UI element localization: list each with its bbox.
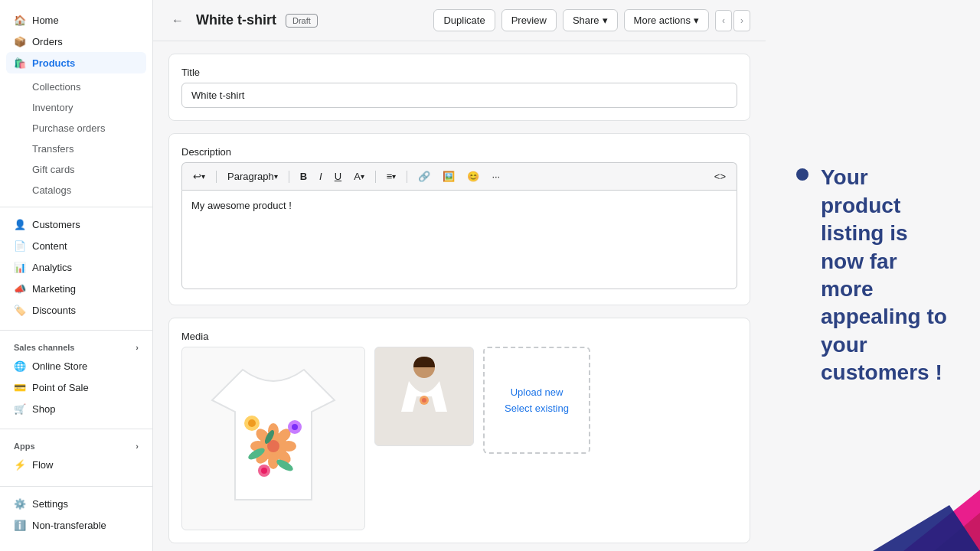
- code-button[interactable]: <>: [710, 168, 730, 185]
- sidebar-item-orders[interactable]: 📦 Orders: [6, 31, 146, 52]
- sidebar-item-point-of-sale[interactable]: 💳 Point of Sale: [6, 377, 146, 398]
- description-editor[interactable]: My awesome product !: [181, 190, 737, 289]
- more-toolbar-button[interactable]: ···: [487, 168, 505, 185]
- shop-icon: 🛒: [14, 403, 26, 415]
- media-upload-box[interactable]: Upload new Select existing: [483, 347, 590, 454]
- sidebar-item-flow[interactable]: ⚡ Flow: [6, 454, 146, 475]
- discounts-icon: 🏷️: [14, 304, 26, 316]
- products-icon: 🛍️: [14, 57, 26, 69]
- undo-redo-button[interactable]: ↩ ▾: [188, 168, 210, 185]
- svg-point-13: [292, 424, 298, 430]
- title-card: Title: [168, 54, 750, 121]
- underline-button[interactable]: U: [330, 168, 346, 185]
- description-card: Description ↩ ▾ Paragraph ▾ B I: [168, 133, 750, 305]
- toolbar-divider-2: [289, 171, 289, 183]
- sidebar-item-settings[interactable]: ⚙️ Settings: [6, 493, 146, 514]
- emoji-button[interactable]: 😊: [462, 168, 484, 185]
- toolbar-divider-4: [407, 171, 407, 183]
- svg-point-11: [248, 419, 256, 427]
- info-content: Your product listing is now far more app…: [796, 164, 949, 386]
- toolbar-divider-1: [216, 171, 217, 183]
- bold-button[interactable]: B: [296, 168, 312, 185]
- sidebar-item-inventory[interactable]: Inventory: [24, 97, 152, 118]
- title-input[interactable]: [181, 83, 737, 108]
- editor-panel: ← White t-shirt Draft Duplicate Preview …: [153, 0, 766, 551]
- more-chevron-icon: ▾: [694, 15, 699, 26]
- sidebar-item-products[interactable]: 🛍️ Products: [6, 52, 146, 73]
- analytics-icon: 📊: [14, 261, 26, 273]
- text-color-button[interactable]: A ▾: [349, 168, 369, 185]
- media-label: Media: [181, 331, 737, 342]
- nav-prev-button[interactable]: ‹: [715, 10, 732, 31]
- description-label: Description: [181, 146, 737, 158]
- home-icon: 🏠: [14, 14, 26, 26]
- marketing-icon: 📣: [14, 282, 26, 295]
- settings-icon: ⚙️: [14, 497, 26, 510]
- upload-new-label[interactable]: Upload new: [511, 386, 564, 398]
- nav-arrows: ‹ ›: [715, 10, 750, 31]
- sidebar-item-shop[interactable]: 🛒 Shop: [6, 398, 146, 419]
- align-button[interactable]: ≡ ▾: [382, 168, 401, 185]
- sales-channels-label: Sales channels ›: [6, 337, 146, 355]
- italic-button[interactable]: I: [315, 168, 327, 185]
- sidebar-item-discounts[interactable]: 🏷️ Discounts: [6, 299, 146, 321]
- image-button[interactable]: 🖼️: [438, 168, 459, 185]
- svg-point-15: [261, 468, 267, 474]
- media-grid: Upload new Select existing: [181, 347, 737, 530]
- sidebar-item-online-store[interactable]: 🌐 Online Store: [6, 355, 146, 377]
- link-button[interactable]: 🔗: [413, 168, 435, 185]
- preview-button[interactable]: Preview: [501, 9, 557, 31]
- bullet-dot: [796, 168, 808, 181]
- sidebar-item-purchase-orders[interactable]: Purchase orders: [24, 118, 152, 139]
- sidebar-item-content[interactable]: 📄 Content: [6, 235, 146, 256]
- sidebar-item-catalogs[interactable]: Catalogs: [24, 180, 152, 201]
- title-label: Title: [181, 67, 737, 78]
- nav-next-button[interactable]: ›: [733, 10, 750, 31]
- svg-point-5: [281, 441, 296, 452]
- media-card: Media: [168, 318, 750, 543]
- non-transferable-icon: ℹ️: [14, 519, 26, 531]
- description-toolbar: ↩ ▾ Paragraph ▾ B I U A: [181, 162, 737, 190]
- share-button[interactable]: Share ▾: [563, 9, 618, 31]
- topbar: ← White t-shirt Draft Duplicate Preview …: [153, 0, 766, 41]
- flow-icon: ⚡: [14, 458, 26, 471]
- sidebar-item-transfers[interactable]: Transfers: [24, 139, 152, 159]
- share-chevron-icon: ▾: [603, 15, 608, 26]
- content-icon: 📄: [14, 240, 26, 252]
- sidebar-item-collections[interactable]: Collections: [24, 77, 152, 97]
- info-panel: Your product listing is now far more app…: [766, 0, 980, 551]
- duplicate-button[interactable]: Duplicate: [433, 9, 495, 31]
- page-title: White t-shirt: [196, 12, 276, 28]
- apps-label: Apps ›: [6, 435, 146, 454]
- customers-icon: 👤: [14, 218, 26, 230]
- decorative-triangles: [827, 429, 980, 551]
- select-existing-label[interactable]: Select existing: [505, 403, 569, 414]
- online-store-icon: 🌐: [14, 360, 26, 372]
- svg-point-21: [422, 398, 426, 403]
- sidebar-item-gift-cards[interactable]: Gift cards: [24, 159, 152, 180]
- toolbar-divider-3: [375, 171, 376, 183]
- orders-icon: 📦: [14, 35, 26, 47]
- sidebar-item-home[interactable]: 🏠 Home: [6, 9, 146, 31]
- more-actions-button[interactable]: More actions ▾: [624, 9, 709, 31]
- sidebar-item-marketing[interactable]: 📣 Marketing: [6, 278, 146, 299]
- pos-icon: 💳: [14, 381, 26, 393]
- sidebar-item-customers[interactable]: 👤 Customers: [6, 214, 146, 235]
- info-text: Your product listing is now far more app…: [821, 164, 949, 386]
- topbar-actions: Duplicate Preview Share ▾ More actions ▾…: [433, 9, 750, 31]
- media-thumb-main[interactable]: [181, 347, 365, 530]
- status-badge: Draft: [286, 14, 318, 28]
- sidebar-item-analytics[interactable]: 📊 Analytics: [6, 256, 146, 278]
- paragraph-format-button[interactable]: Paragraph ▾: [223, 168, 283, 185]
- sidebar-item-non-transferable[interactable]: ℹ️ Non-transferable: [6, 514, 146, 536]
- media-thumb-secondary[interactable]: [374, 347, 474, 446]
- sidebar: 🏠 Home 📦 Orders 🛍️ Products Collections …: [0, 0, 153, 551]
- back-button[interactable]: ←: [168, 11, 187, 31]
